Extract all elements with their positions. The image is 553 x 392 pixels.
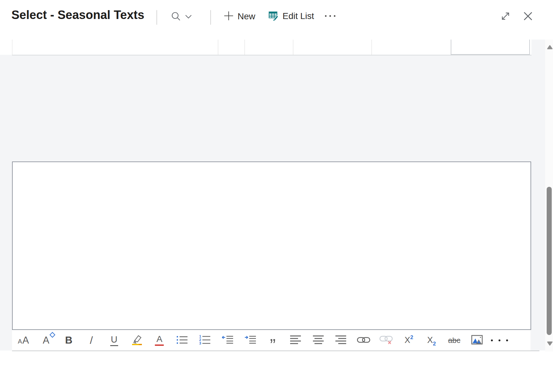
superscript-button[interactable]: X2 [397,331,420,350]
indent-button[interactable] [239,331,262,350]
command-bar: Select - Seasonal Texts [0,0,553,40]
plus-icon [224,11,234,22]
more-options-button[interactable] [325,15,335,17]
align-center-button[interactable] [307,331,330,350]
align-right-button[interactable] [329,331,352,350]
bold-button[interactable]: B [57,331,80,350]
svg-text:3: 3 [199,341,201,345]
italic-icon: / [90,334,93,346]
superscript-icon: X2 [404,335,413,345]
grid-cell[interactable] [245,40,293,55]
font-color-icon: A [155,335,164,346]
outdent-icon [221,335,233,345]
edit-list-button[interactable]: Edit List [269,10,314,22]
scroll-down-icon[interactable] [547,341,553,346]
strikethrough-button[interactable]: abc [443,331,466,350]
select-seasonal-texts-dialog: Select - Seasonal Texts [0,0,553,392]
grid-cell[interactable] [293,40,372,55]
numbered-list-icon: 1 2 3 [199,335,211,346]
subscript-button[interactable]: X2 [420,331,443,350]
align-left-button[interactable] [284,331,307,350]
toolbar-more-button[interactable] [488,331,511,350]
link-icon [357,336,370,345]
insert-image-button[interactable] [466,331,488,350]
align-right-icon [335,335,346,346]
align-center-icon [313,335,324,346]
grid-cell[interactable] [372,40,451,55]
divider [156,10,157,25]
rich-text-editor-content[interactable] [12,161,531,330]
grid-cell[interactable] [218,40,245,55]
underline-button[interactable]: U [103,331,125,350]
font-size-icon: A [43,335,49,346]
grid-row [12,40,531,55]
font-icon: AA [18,335,29,346]
page-title: Select - Seasonal Texts [11,8,144,22]
expand-icon [499,10,512,23]
rich-text-toolbar: AA A B / U [12,330,531,351]
link-button[interactable] [352,331,375,350]
bullet-list-button[interactable] [171,331,194,350]
search-icon [171,11,181,22]
search-button[interactable] [171,11,192,22]
indent-icon [244,335,256,345]
highlighter-icon [131,334,143,346]
image-icon [471,335,483,345]
blockquote-button[interactable]: ” [262,331,284,350]
font-color-button[interactable]: A [148,331,171,350]
outdent-button[interactable] [216,331,239,350]
close-dialog-button[interactable] [523,11,533,22]
bullet-list-icon [176,335,188,345]
scroll-up-icon[interactable] [547,45,553,49]
close-icon [523,11,533,22]
unlink-icon [379,335,393,345]
grid-cell[interactable] [12,40,218,55]
edit-list-button-label: Edit List [283,11,314,21]
align-left-icon [290,335,301,346]
grid-cell-focused[interactable] [451,40,530,55]
highlight-button[interactable] [125,331,148,350]
grid-cell [530,40,531,55]
dialog-footer: OK Cancel [0,351,553,392]
bold-icon: B [65,334,72,346]
more-dots-icon [491,339,493,341]
font-button[interactable]: AA [12,331,35,350]
italic-button[interactable]: / [80,331,103,350]
expand-dialog-button[interactable] [499,10,512,23]
scrollbar-thumb[interactable] [547,187,552,335]
unlink-button[interactable] [375,331,398,350]
edit-list-icon [269,10,279,22]
font-size-button[interactable]: A [35,331,58,350]
numbered-list-button[interactable]: 1 2 3 [194,331,216,350]
strikethrough-icon: abc [448,336,461,345]
subscript-icon: X2 [427,335,436,345]
more-icon [325,15,327,17]
chevron-down-icon [185,14,192,20]
underline-icon: U [110,334,118,346]
new-button[interactable]: New [224,11,255,22]
divider [210,10,211,25]
new-button-label: New [238,11,255,22]
